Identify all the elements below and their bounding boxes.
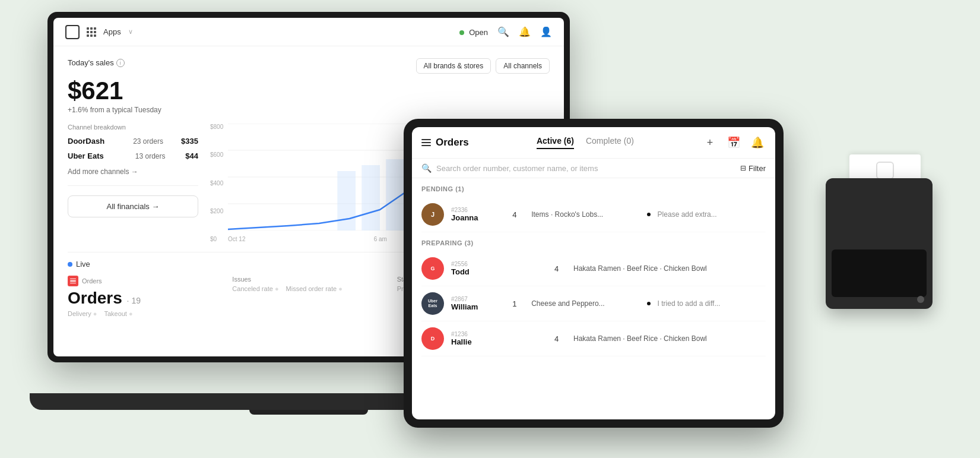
grid-dot — [94, 27, 96, 30]
svg-rect-5 — [337, 171, 356, 230]
william-note: I tried to add a diff... — [658, 299, 766, 308]
orders-icon-lines — [70, 279, 76, 284]
orders-section[interactable]: PENDING (1) J #2336 Joanna 4 Items · Roc… — [412, 178, 775, 412]
logo-box — [65, 25, 80, 39]
brands-filter-btn[interactable]: All brands & stores — [416, 58, 491, 74]
info-icon: i — [116, 59, 125, 67]
doordash-amount: $335 — [181, 137, 198, 146]
grid-dot — [87, 31, 89, 33]
william-avatar: UberEats — [421, 292, 444, 315]
issues-sub: Canceled rate ● Missed order rate ● — [232, 285, 385, 292]
all-financials-btn[interactable]: All financials → — [68, 195, 198, 217]
joanna-dot — [647, 213, 651, 216]
hamburger-icon[interactable] — [421, 139, 431, 146]
tablet-tabs: Active (6) Complete (0) — [537, 136, 634, 149]
hallie-info: #1236 Hallie — [451, 331, 547, 346]
orders-card-value: Orders · 19 — [68, 289, 220, 308]
chart-y-labels: $800 $600 $400 $200 $0 — [210, 124, 223, 242]
william-name: William — [451, 302, 505, 311]
orders-card-sub: Delivery ● Takeout ● — [68, 310, 220, 317]
notification-icon[interactable]: 🔔 — [519, 26, 531, 38]
channel-breakdown: Channel breakdown DoorDash 23 orders $33… — [68, 124, 198, 242]
william-number: #2867 — [451, 296, 505, 302]
grid-dot — [87, 34, 89, 37]
ubereats-name: Uber Eats — [68, 151, 115, 160]
tablet-outer: Orders Active (6) Complete (0) + 📅 🔔 🔍 S… — [404, 119, 784, 428]
search-icon: 🔍 — [421, 163, 432, 173]
todd-info: #2556 Todd — [451, 261, 547, 276]
status-dot — [459, 30, 464, 35]
add-order-btn[interactable]: + — [702, 134, 718, 151]
sales-header: Today's sales i All brands & stores All … — [68, 58, 550, 74]
tab-complete[interactable]: Complete (0) — [586, 136, 634, 149]
order-row-hallie[interactable]: D #1236 Hallie 4 Hakata Ramen · Beef Ric… — [421, 321, 766, 356]
divider — [68, 185, 198, 186]
tablet-header-right: + 📅 🔔 — [702, 134, 766, 151]
tablet: Orders Active (6) Complete (0) + 📅 🔔 🔍 S… — [404, 119, 789, 446]
todd-name: Todd — [451, 267, 547, 276]
filter-buttons: All brands & stores All channels — [416, 58, 550, 74]
tablet-header-left: Orders — [421, 137, 469, 149]
calendar-icon[interactable]: 📅 — [725, 134, 742, 151]
live-card-orders: Orders Orders · 19 Delivery ● Takeout ● — [68, 276, 220, 317]
printer-button[interactable] — [917, 296, 924, 303]
todd-avatar: G — [421, 257, 444, 280]
william-items: Cheese and Peppero... — [531, 299, 639, 308]
apps-label[interactable]: Apps — [103, 27, 121, 36]
orders-title: Orders — [436, 137, 469, 149]
joanna-items: Items · Rocko's Lobs... — [531, 210, 639, 219]
order-row-joanna[interactable]: J #2336 Joanna 4 Items · Rocko's Lobs...… — [421, 197, 766, 232]
tablet-inner: Orders Active (6) Complete (0) + 📅 🔔 🔍 S… — [412, 127, 775, 419]
open-label: Open — [469, 28, 488, 37]
tab-active[interactable]: Active (6) — [537, 136, 574, 149]
grid-dot — [87, 27, 89, 30]
order-row-todd[interactable]: G #2556 Todd 4 Hakata Ramen · Beef Rice … — [421, 251, 766, 286]
sales-amount: $621 — [68, 78, 550, 103]
takeout-sub: Takeout ● — [104, 310, 132, 317]
ubereats-orders: 13 orders — [135, 152, 166, 160]
grid-dot — [90, 31, 93, 33]
laptop-header: Apps ∨ Open 🔍 🔔 👤 — [53, 18, 564, 46]
todd-items: Hakata Ramen · Beef Rice · Chicken Bowl — [573, 264, 766, 273]
add-channels-link[interactable]: Add more channels → — [68, 168, 198, 176]
hallie-number: #1236 — [451, 331, 547, 337]
header-left: Apps ∨ — [65, 25, 133, 39]
live-dot — [68, 262, 72, 267]
svg-rect-6 — [361, 165, 380, 230]
orders-icon — [68, 276, 78, 286]
growth-label: from a typical Tuesday — [90, 106, 161, 114]
printer-screen — [832, 249, 927, 297]
breakdown-label: Channel breakdown — [68, 124, 198, 131]
hallie-avatar: D — [421, 327, 444, 350]
hallie-name: Hallie — [451, 337, 547, 346]
joanna-note: Please add extra... — [658, 210, 766, 219]
filter-icon: ⊟ — [740, 164, 746, 172]
profile-icon[interactable]: 👤 — [540, 26, 552, 38]
joanna-avatar: J — [421, 203, 444, 226]
todd-number: #2556 — [451, 261, 547, 267]
tablet-header: Orders Active (6) Complete (0) + 📅 🔔 — [412, 127, 775, 159]
bell-icon[interactable]: 🔔 — [749, 134, 766, 151]
pending-label: PENDING (1) — [421, 178, 766, 197]
live-card-issues: Issues Canceled rate ● Missed order rate… — [232, 276, 385, 317]
joanna-info: #2336 Joanna — [451, 207, 505, 222]
search-icon[interactable]: 🔍 — [497, 26, 509, 38]
channel-row-ubereats: Uber Eats 13 orders $44 — [68, 151, 198, 160]
channels-filter-btn[interactable]: All channels — [496, 58, 550, 74]
grid-dot — [94, 34, 96, 37]
issues-title: Issues — [232, 276, 385, 283]
order-row-william[interactable]: UberEats #2867 William 1 Cheese and Pepp… — [421, 286, 766, 321]
search-input[interactable]: Search order number, customer name, or i… — [436, 164, 735, 173]
delivery-sub: Delivery ● — [68, 310, 97, 317]
william-dot — [647, 302, 651, 305]
doordash-orders: 23 orders — [133, 137, 163, 146]
channel-row-doordash: DoorDash 23 orders $335 — [68, 137, 198, 146]
filter-btn[interactable]: ⊟ Filter — [740, 164, 766, 173]
orders-card-title: Orders — [82, 277, 102, 285]
printer-paper-logo — [876, 162, 894, 179]
printer: - - - - - - - - Hi Otter — [826, 178, 944, 309]
orders-icon-row: Orders — [68, 276, 220, 286]
todd-count: 4 — [554, 264, 566, 273]
search-bar: 🔍 Search order number, customer name, or… — [412, 159, 775, 178]
grid-icon — [87, 27, 96, 37]
